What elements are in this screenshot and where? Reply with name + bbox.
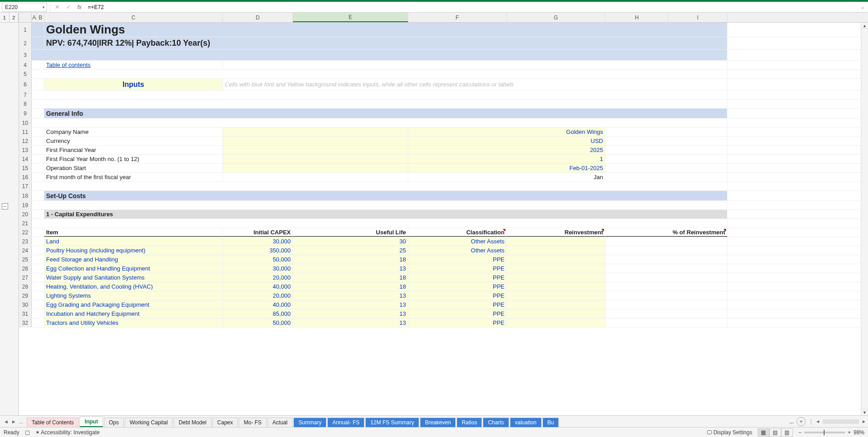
capex-item[interactable]: Water Supply and Sanitation Systems: [44, 273, 223, 282]
sheet-tab[interactable]: valuation: [510, 418, 542, 427]
sheet-tab[interactable]: Breakeven: [420, 418, 456, 427]
row-header[interactable]: 15: [19, 164, 32, 172]
row-header[interactable]: 12: [19, 137, 32, 145]
sheet-tab[interactable]: Annual- FS: [327, 418, 364, 427]
sheet-tab[interactable]: Bu: [542, 418, 559, 427]
row-header[interactable]: 3: [19, 50, 32, 60]
row-header[interactable]: 13: [19, 146, 32, 154]
general-value[interactable]: USD: [408, 137, 605, 145]
outline-level-1[interactable]: 1: [0, 13, 9, 22]
capex-life[interactable]: 30: [293, 237, 408, 246]
sheet-tab[interactable]: Table of Contents: [27, 418, 79, 427]
capex-item[interactable]: Egg Grading and Packaging Equipment: [44, 300, 223, 309]
sheet-tab[interactable]: Capex: [212, 418, 238, 427]
column-header-G[interactable]: G: [507, 13, 605, 22]
row-header[interactable]: 9: [19, 109, 32, 118]
capex-life[interactable]: 18: [293, 282, 408, 291]
capex-class[interactable]: PPE: [408, 264, 507, 273]
capex-item[interactable]: Land: [44, 237, 223, 246]
capex-life[interactable]: 13: [293, 291, 408, 300]
capex-class[interactable]: PPE: [408, 300, 507, 309]
capex-class[interactable]: Other Assets: [408, 237, 507, 246]
formula-input[interactable]: [86, 4, 858, 10]
row-header[interactable]: 30: [19, 300, 32, 309]
outline-level-2[interactable]: 2: [9, 13, 19, 22]
macro-record-icon[interactable]: ▢: [25, 429, 30, 436]
capex-value[interactable]: 30,000: [223, 264, 293, 273]
capex-value[interactable]: 30,000: [223, 237, 293, 246]
capex-value[interactable]: 40,000: [223, 300, 293, 309]
sheet-tab[interactable]: Mo- FS: [239, 418, 266, 427]
zoom-level[interactable]: 98%: [854, 429, 864, 436]
row-header[interactable]: 27: [19, 273, 32, 282]
accessibility-status[interactable]: ✶ Accessibility: Investigate: [35, 429, 100, 436]
scroll-up-icon[interactable]: ▲: [861, 23, 868, 29]
capex-life[interactable]: 18: [293, 255, 408, 264]
general-value[interactable]: Feb-01-2025: [408, 164, 605, 172]
sheet-tab[interactable]: Debt Model: [174, 418, 211, 427]
row-header[interactable]: 24: [19, 246, 32, 255]
column-header-E[interactable]: E: [293, 13, 408, 22]
row-header[interactable]: 16: [19, 173, 32, 181]
row-header[interactable]: 10: [19, 119, 32, 127]
outline-collapse-button[interactable]: −: [2, 203, 8, 209]
capex-class[interactable]: Other Assets: [408, 246, 507, 255]
row-header[interactable]: 26: [19, 264, 32, 273]
enter-icon[interactable]: ✓: [64, 4, 73, 10]
capex-item[interactable]: Heating, Ventilation, and Cooling (HVAC): [44, 282, 223, 291]
capex-class[interactable]: PPE: [408, 255, 507, 264]
column-header-A[interactable]: A: [32, 13, 37, 22]
general-value[interactable]: 1: [408, 155, 605, 163]
row-header[interactable]: 17: [19, 182, 32, 190]
row-header[interactable]: 20: [19, 210, 32, 218]
column-header-D[interactable]: D: [223, 13, 293, 22]
add-sheet-button[interactable]: +: [797, 417, 806, 426]
row-header[interactable]: 2: [19, 37, 32, 49]
general-value[interactable]: 2025: [408, 146, 605, 154]
capex-item[interactable]: Feed Storage and Handling: [44, 255, 223, 264]
horizontal-scrollbar[interactable]: ◄ ►: [814, 419, 868, 424]
capex-value[interactable]: 40,000: [223, 282, 293, 291]
row-header[interactable]: 19: [19, 201, 32, 209]
view-normal-button[interactable]: ▦: [758, 428, 769, 437]
capex-life[interactable]: 13: [293, 300, 408, 309]
sheet-tab[interactable]: Ratios: [457, 418, 482, 427]
hscroll-left-icon[interactable]: ◄: [816, 419, 820, 424]
sheet-tab[interactable]: Ops: [104, 418, 124, 427]
scroll-down-icon[interactable]: ▼: [861, 409, 868, 415]
row-header[interactable]: 21: [19, 219, 32, 228]
row-header[interactable]: 31: [19, 309, 32, 318]
capex-value[interactable]: 20,000: [223, 291, 293, 300]
column-header-I[interactable]: I: [669, 13, 727, 22]
capex-life[interactable]: 25: [293, 246, 408, 255]
tab-nav-next-icon[interactable]: ►: [10, 419, 17, 424]
row-header[interactable]: 18: [19, 191, 32, 200]
row-header[interactable]: 23: [19, 237, 32, 246]
sheet-tab[interactable]: Input: [80, 417, 103, 427]
capex-value[interactable]: 350,000: [223, 246, 293, 255]
capex-life[interactable]: 13: [293, 318, 408, 327]
row-header[interactable]: 22: [19, 228, 32, 237]
capex-item[interactable]: Tractors and Utility Vehicles: [44, 318, 223, 327]
column-header-C[interactable]: C: [44, 13, 223, 22]
capex-life[interactable]: 13: [293, 309, 408, 318]
sheet-tab[interactable]: Summary: [293, 418, 326, 427]
row-header[interactable]: 32: [19, 318, 32, 327]
view-page-break-button[interactable]: ▥: [781, 428, 793, 437]
column-header-B[interactable]: B: [37, 13, 44, 22]
general-value[interactable]: Golden Wings: [408, 128, 605, 136]
grid-body[interactable]: 1Golden Wings2NPV: 674,740|IRR 12%| Payb…: [19, 23, 868, 415]
sheet-tab[interactable]: Working Capital: [125, 418, 173, 427]
row-header[interactable]: 29: [19, 291, 32, 300]
sheet-tab[interactable]: 12M FS Summary: [365, 418, 419, 427]
capex-value[interactable]: 50,000: [223, 255, 293, 264]
column-header-F[interactable]: F: [408, 13, 507, 22]
vertical-scrollbar[interactable]: ▲ ▼: [861, 23, 868, 415]
row-header[interactable]: 6: [19, 79, 32, 90]
tab-nav-prev-icon[interactable]: ◄: [3, 419, 9, 424]
row-header[interactable]: 1: [19, 23, 32, 37]
row-header[interactable]: 11: [19, 128, 32, 136]
column-header-H[interactable]: H: [605, 13, 669, 22]
capex-item[interactable]: Egg Collection and Handling Equipment: [44, 264, 223, 273]
expand-formula-icon[interactable]: ⌄: [861, 5, 866, 10]
